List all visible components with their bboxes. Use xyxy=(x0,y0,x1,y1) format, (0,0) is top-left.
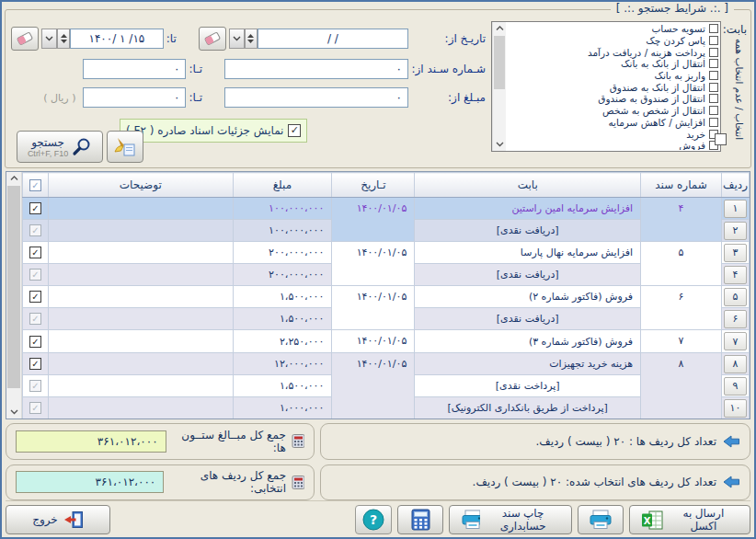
babat-option[interactable]: واریز به بانک xyxy=(508,70,718,82)
doc-number-cell[interactable]: ۶ xyxy=(641,286,722,330)
scroll-down-icon[interactable] xyxy=(6,406,22,419)
babat-category-listbox[interactable]: تسویه حسابپاس کردن چکپرداخت هزینه / دریا… xyxy=(491,21,721,152)
babat-cell[interactable]: افزایش سرمایه امین راستین xyxy=(415,198,641,220)
babat-option-checkbox[interactable] xyxy=(709,106,718,115)
row-checkbox-cell[interactable] xyxy=(23,220,49,242)
babat-option-checkbox[interactable] xyxy=(709,48,718,57)
row-checkbox-cell[interactable] xyxy=(23,308,49,330)
select-all-checkbox[interactable] xyxy=(715,133,727,145)
row-checkbox-cell[interactable] xyxy=(23,375,49,397)
babat-option-checkbox[interactable] xyxy=(709,24,718,33)
scrollbar-thumb[interactable] xyxy=(7,186,20,388)
notes-cell[interactable] xyxy=(49,397,234,419)
doc-number-cell[interactable]: ۵ xyxy=(641,242,722,286)
row-checkbox[interactable] xyxy=(29,336,41,348)
header-babat[interactable]: بابت xyxy=(415,173,641,198)
babat-option[interactable]: انتقال از بانک به صندوق xyxy=(508,81,718,93)
date-cell[interactable]: ۱۴۰۰/۰۱/۰۵ xyxy=(332,198,415,242)
babat-cell[interactable]: افزایش سرمایه نهال پارسا xyxy=(415,242,641,264)
date-from-clear-button[interactable] xyxy=(199,27,226,51)
table-row[interactable]: ۱۴افزایش سرمایه امین راستین۱۴۰۰/۰۱/۰۵۱۰۰… xyxy=(23,198,750,220)
scroll-up-icon[interactable] xyxy=(6,172,22,185)
notes-cell[interactable] xyxy=(49,330,234,353)
header-notes[interactable]: توضیحات xyxy=(49,173,234,198)
notes-cell[interactable] xyxy=(49,242,234,264)
notes-cell[interactable] xyxy=(49,308,234,330)
notes-cell[interactable] xyxy=(49,220,234,242)
export-excel-button[interactable]: X ارسال به اکسل xyxy=(629,505,750,534)
scrollbar-thumb[interactable] xyxy=(494,36,505,89)
babat-option[interactable]: انتقال از شخص به شخص xyxy=(508,105,718,117)
babat-cell[interactable]: فروش (فاکتور شماره ۲) xyxy=(415,286,641,308)
show-details-checkbox-row[interactable]: ✓ نمایش جزئیات اسناد صادره ( F۲ ) xyxy=(120,119,307,143)
row-number-cell[interactable]: ۸ xyxy=(722,353,750,375)
print-button[interactable] xyxy=(578,505,624,534)
header-doc-number[interactable]: شماره سند xyxy=(641,173,722,198)
babat-option[interactable]: پاس کردن چک xyxy=(508,35,718,47)
doc-number-cell[interactable]: ۸ xyxy=(641,353,722,419)
exit-button[interactable]: خروج xyxy=(6,505,110,534)
babat-option-checkbox[interactable] xyxy=(709,59,718,68)
table-row[interactable]: ۷۷فروش (فاکتور شماره ۳)۱۴۰۰/۰۱/۰۵۲،۲۵۰،۰… xyxy=(23,330,750,353)
amount-cell[interactable]: ۱۲،۰۰۰،۰۰۰ xyxy=(233,353,332,375)
row-checkbox[interactable] xyxy=(29,358,41,370)
row-checkbox-cell[interactable] xyxy=(23,198,49,220)
doc-number-cell[interactable]: ۷ xyxy=(641,330,722,353)
babat-cell[interactable]: فروش (فاکتور شماره ۳) xyxy=(415,330,641,353)
row-checkbox-cell[interactable] xyxy=(23,286,49,308)
date-from-input[interactable]: / / xyxy=(258,29,408,49)
calculator-button[interactable] xyxy=(397,505,443,534)
babat-option[interactable]: افزایش / کاهش سرمایه xyxy=(508,117,718,129)
help-button[interactable]: ? xyxy=(355,505,392,534)
docnum-to-input[interactable]: ۰ xyxy=(83,59,186,79)
babat-option[interactable]: پرداخت هزینه / دریافت درآمد xyxy=(508,46,718,58)
header-row-number[interactable]: ردیف xyxy=(722,173,750,198)
row-checkbox[interactable] xyxy=(29,247,41,258)
spinner-arrows-icon[interactable] xyxy=(57,29,70,49)
amount-from-input[interactable]: ۰ xyxy=(224,87,408,108)
row-number-cell[interactable]: ۱ xyxy=(722,198,750,220)
row-number-cell[interactable]: ۶ xyxy=(722,308,750,330)
amount-cell[interactable]: ۲۰۰،۰۰۰،۰۰۰ xyxy=(233,242,332,264)
date-to-dropdown[interactable] xyxy=(41,29,57,49)
babat-option-checkbox[interactable] xyxy=(709,83,718,92)
header-select-all-checkbox[interactable] xyxy=(23,173,49,198)
row-checkbox-cell[interactable] xyxy=(23,242,49,264)
row-number-cell[interactable]: ۹ xyxy=(722,375,750,397)
search-button[interactable]: جستجو Ctrl+F, F10 xyxy=(17,131,103,163)
babat-option[interactable]: تسویه حساب xyxy=(508,23,718,35)
row-checkbox[interactable] xyxy=(29,269,41,281)
row-checkbox[interactable] xyxy=(29,224,41,236)
babat-cell[interactable]: [دریافت نقدی] xyxy=(415,308,641,330)
babat-option-checkbox[interactable] xyxy=(709,71,718,80)
docnum-from-input[interactable]: ۰ xyxy=(224,59,408,79)
date-cell[interactable]: ۱۴۰۰/۰۱/۰۵ xyxy=(332,286,415,330)
amount-to-input[interactable]: ۰ xyxy=(83,87,186,108)
babat-cell[interactable]: [پرداخت نقدی] xyxy=(415,375,641,397)
table-row[interactable]: ۸۸هزینه خرید تجهیزات۱۴۰۰/۰۱/۰۵۱۲،۰۰۰،۰۰۰ xyxy=(23,353,750,375)
row-checkbox[interactable] xyxy=(29,380,41,392)
notes-cell[interactable] xyxy=(49,264,234,286)
date-cell[interactable]: ۱۴۰۰/۰۱/۰۵ xyxy=(332,330,415,353)
scroll-up-icon[interactable] xyxy=(493,22,507,35)
row-number-cell[interactable]: ۵ xyxy=(722,286,750,308)
spinner-arrows-icon[interactable] xyxy=(245,29,258,49)
row-checkbox[interactable] xyxy=(29,202,41,214)
row-number-cell[interactable]: ۷ xyxy=(722,330,750,353)
babat-option[interactable]: انتقال از صندوق به صندوق xyxy=(508,93,718,105)
notes-cell[interactable] xyxy=(49,198,234,220)
babat-option[interactable]: انتقال از بانک به بانک xyxy=(508,58,718,70)
row-checkbox[interactable] xyxy=(29,291,41,303)
babat-cell[interactable]: هزینه خرید تجهیزات xyxy=(415,353,641,375)
print-voucher-button[interactable]: چاپ سند حسابداری xyxy=(449,505,572,534)
table-vertical-scrollbar[interactable] xyxy=(6,172,22,419)
amount-cell[interactable]: ۲۰۰،۰۰۰،۰۰۰ xyxy=(233,264,332,286)
row-number-cell[interactable]: ۲ xyxy=(722,220,750,242)
row-number-cell[interactable]: ۱۰ xyxy=(722,397,750,419)
babat-option-checkbox[interactable] xyxy=(709,36,718,45)
scroll-down-icon[interactable] xyxy=(493,138,507,151)
date-cell[interactable]: ۱۴۰۰/۰۱/۰۵ xyxy=(332,242,415,286)
babat-option[interactable]: خرید xyxy=(508,128,718,140)
table-row[interactable]: ۵۶فروش (فاکتور شماره ۲)۱۴۰۰/۰۱/۰۵۱،۵۰۰،۰… xyxy=(23,286,750,308)
notes-cell[interactable] xyxy=(49,375,234,397)
